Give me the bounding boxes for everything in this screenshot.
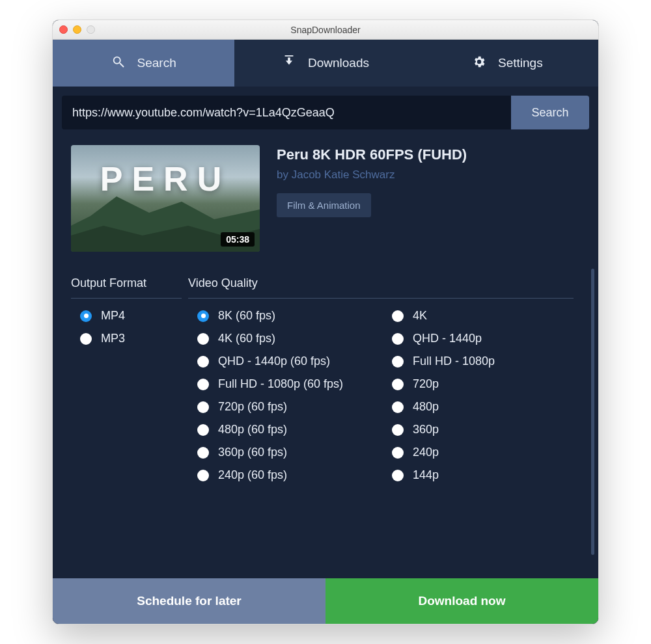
video-quality-list: 8K (60 fps)4K4K (60 fps)QHD - 1440pQHD -…	[188, 309, 574, 482]
tab-settings-label: Settings	[498, 56, 543, 70]
author-prefix: by	[277, 168, 292, 181]
radio-indicator	[392, 401, 404, 413]
video-title: Peru 8K HDR 60FPS (FUHD)	[277, 146, 467, 163]
radio-option[interactable]: 480p	[392, 400, 574, 414]
radio-option[interactable]: Full HD - 1080p	[392, 355, 574, 368]
radio-option[interactable]: 144p	[392, 468, 574, 482]
radio-indicator	[197, 401, 209, 413]
radio-label: 4K (60 fps)	[218, 332, 275, 345]
radio-label: MP3	[101, 332, 125, 345]
app-window: SnapDownloader Search Downloads Settings…	[52, 20, 599, 624]
download-now-button[interactable]: Download now	[326, 578, 598, 624]
radio-indicator	[392, 470, 404, 481]
search-bar: Search	[53, 87, 598, 139]
radio-option[interactable]: 8K (60 fps)	[197, 309, 379, 323]
radio-option[interactable]: 480p (60 fps)	[197, 423, 379, 436]
radio-indicator	[197, 333, 209, 345]
radio-indicator	[197, 356, 209, 368]
radio-label: 720p	[413, 377, 439, 391]
radio-indicator	[392, 333, 404, 345]
radio-indicator	[392, 424, 404, 436]
window-title: SnapDownloader	[53, 25, 598, 35]
radio-label: QHD - 1440p	[413, 332, 482, 345]
radio-label: Full HD - 1080p	[413, 355, 495, 368]
output-format-heading: Output Format	[71, 276, 182, 299]
radio-label: QHD - 1440p (60 fps)	[218, 355, 330, 368]
scrollbar[interactable]	[591, 269, 594, 555]
radio-label: 240p (60 fps)	[218, 468, 287, 482]
search-icon	[111, 55, 126, 72]
radio-option[interactable]: 360p	[392, 423, 574, 436]
radio-indicator	[392, 310, 404, 322]
tab-settings[interactable]: Settings	[417, 40, 598, 87]
radio-indicator	[197, 470, 209, 481]
tab-search-label: Search	[137, 56, 176, 70]
radio-option[interactable]: 4K (60 fps)	[197, 332, 379, 345]
radio-option[interactable]: 720p (60 fps)	[197, 400, 379, 414]
radio-indicator	[392, 356, 404, 368]
download-icon	[282, 55, 296, 72]
radio-indicator	[197, 310, 209, 322]
radio-option[interactable]: Full HD - 1080p (60 fps)	[197, 377, 379, 391]
search-button[interactable]: Search	[511, 96, 589, 129]
radio-label: 240p	[413, 446, 439, 459]
radio-option[interactable]: MP4	[80, 309, 182, 323]
video-category-tag[interactable]: Film & Animation	[277, 193, 371, 217]
author-name: Jacob Katie Schwarz	[292, 168, 395, 181]
radio-label: 480p (60 fps)	[218, 423, 287, 436]
radio-option[interactable]: 240p (60 fps)	[197, 468, 379, 482]
radio-option[interactable]: 360p (60 fps)	[197, 446, 379, 459]
radio-label: MP4	[101, 309, 125, 323]
tab-downloads[interactable]: Downloads	[234, 40, 416, 87]
radio-option[interactable]: MP3	[80, 332, 182, 345]
radio-indicator	[392, 447, 404, 459]
titlebar: SnapDownloader	[53, 20, 598, 40]
radio-option[interactable]: QHD - 1440p	[392, 332, 574, 345]
result-header: PERU 05:38 Peru 8K HDR 60FPS (FUHD) by J…	[71, 145, 580, 252]
radio-label: 4K	[413, 309, 427, 323]
gear-icon	[472, 55, 486, 72]
radio-label: 360p	[413, 423, 439, 436]
url-input[interactable]	[62, 96, 511, 129]
result-panel: PERU 05:38 Peru 8K HDR 60FPS (FUHD) by J…	[53, 139, 598, 578]
radio-option[interactable]: QHD - 1440p (60 fps)	[197, 355, 379, 368]
radio-label: 720p (60 fps)	[218, 400, 287, 414]
bottom-action-bar: Schedule for later Download now	[53, 578, 598, 624]
radio-label: 480p	[413, 400, 439, 414]
radio-label: 8K (60 fps)	[218, 309, 275, 323]
video-meta: Peru 8K HDR 60FPS (FUHD) by Jacob Katie …	[277, 145, 467, 252]
tab-search[interactable]: Search	[53, 40, 234, 87]
radio-option[interactable]: 4K	[392, 309, 574, 323]
radio-label: 144p	[413, 468, 439, 482]
radio-label: 360p (60 fps)	[218, 446, 287, 459]
radio-indicator	[197, 379, 209, 390]
video-quality-section: Video Quality 8K (60 fps)4K4K (60 fps)QH…	[188, 276, 580, 482]
video-quality-heading: Video Quality	[188, 276, 574, 299]
video-thumbnail[interactable]: PERU 05:38	[71, 145, 260, 252]
radio-label: Full HD - 1080p (60 fps)	[218, 377, 343, 391]
radio-option[interactable]: 720p	[392, 377, 574, 391]
schedule-button[interactable]: Schedule for later	[53, 578, 326, 624]
video-author[interactable]: by Jacob Katie Schwarz	[277, 168, 467, 181]
radio-option[interactable]: 240p	[392, 446, 574, 459]
video-duration: 05:38	[221, 232, 255, 247]
radio-indicator	[197, 424, 209, 436]
radio-indicator	[80, 333, 92, 345]
download-options: Output Format MP4MP3 Video Quality 8K (6…	[71, 276, 580, 482]
radio-indicator	[197, 447, 209, 459]
radio-indicator	[80, 310, 92, 322]
tab-downloads-label: Downloads	[308, 56, 369, 70]
output-format-list: MP4MP3	[71, 309, 182, 345]
radio-indicator	[392, 379, 404, 390]
primary-tabs: Search Downloads Settings	[53, 40, 598, 87]
output-format-section: Output Format MP4MP3	[71, 276, 182, 482]
